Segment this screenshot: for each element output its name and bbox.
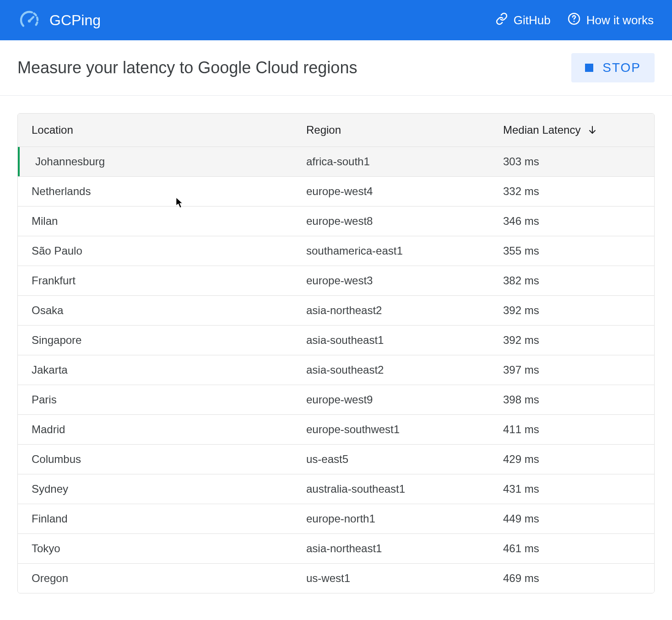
cell-region: europe-west4 <box>306 185 503 198</box>
cell-latency: 392 ms <box>503 334 640 347</box>
topbar: Measure your latency to Google Cloud reg… <box>0 40 672 96</box>
stop-button[interactable]: STOP <box>571 53 655 82</box>
cell-latency: 346 ms <box>503 215 640 228</box>
table-row[interactable]: Pariseurope-west9398 ms <box>18 385 654 415</box>
cell-latency: 303 ms <box>503 155 640 168</box>
link-icon <box>495 12 508 28</box>
github-link[interactable]: GitHub <box>495 12 551 28</box>
table-row[interactable]: Singaporeasia-southeast1392 ms <box>18 326 654 355</box>
table-row[interactable]: Jakartaasia-southeast2397 ms <box>18 355 654 385</box>
cell-location: Johannesburg <box>32 155 306 168</box>
cell-location: Tokyo <box>32 542 306 555</box>
cell-latency: 398 ms <box>503 393 640 406</box>
cell-location: Sydney <box>32 483 306 495</box>
cell-latency: 392 ms <box>503 304 640 317</box>
cell-location: Singapore <box>32 334 306 347</box>
brand[interactable]: GCPing <box>18 9 101 31</box>
github-label: GitHub <box>514 13 551 27</box>
cell-location: Netherlands <box>32 185 306 198</box>
gauge-icon <box>18 9 40 31</box>
cell-region: us-east5 <box>306 453 503 466</box>
header-latency[interactable]: Median Latency <box>503 124 640 136</box>
cell-location: Milan <box>32 215 306 228</box>
cell-region: europe-north1 <box>306 512 503 525</box>
cell-latency: 431 ms <box>503 483 640 495</box>
table-row[interactable]: Osakaasia-northeast2392 ms <box>18 296 654 326</box>
cell-latency: 382 ms <box>503 274 640 287</box>
cell-region: asia-southeast1 <box>306 334 503 347</box>
cell-latency: 411 ms <box>503 423 640 436</box>
cell-latency: 332 ms <box>503 185 640 198</box>
page-title: Measure your latency to Google Cloud reg… <box>17 58 357 77</box>
app-title: GCPing <box>49 12 101 29</box>
table-row[interactable]: Columbusus-east5429 ms <box>18 445 654 474</box>
latency-table: Location Region Median Latency Johannesb… <box>17 113 655 593</box>
cell-latency: 469 ms <box>503 572 640 585</box>
table-row[interactable]: Sydneyaustralia-southeast1431 ms <box>18 474 654 504</box>
header-region[interactable]: Region <box>306 124 503 136</box>
help-icon <box>567 12 581 29</box>
app-header: GCPing GitHub How it works <box>0 0 672 40</box>
cell-location: Paris <box>32 393 306 406</box>
table-container: Location Region Median Latency Johannesb… <box>0 96 672 611</box>
cell-latency: 355 ms <box>503 245 640 257</box>
cell-region: asia-northeast1 <box>306 542 503 555</box>
cell-latency: 429 ms <box>503 453 640 466</box>
table-header: Location Region Median Latency <box>18 114 654 147</box>
cell-location: São Paulo <box>32 245 306 257</box>
cell-location: Columbus <box>32 453 306 466</box>
table-row[interactable]: Oregonus-west1469 ms <box>18 564 654 593</box>
cell-region: europe-west3 <box>306 274 503 287</box>
table-row[interactable]: Johannesburgafrica-south1303 ms <box>18 147 654 177</box>
cell-region: australia-southeast1 <box>306 483 503 495</box>
table-row[interactable]: Frankfurteurope-west3382 ms <box>18 266 654 296</box>
stop-icon <box>585 64 593 72</box>
svg-point-1 <box>28 20 31 22</box>
cell-location: Finland <box>32 512 306 525</box>
sort-descending-icon <box>587 125 598 136</box>
how-it-works-link[interactable]: How it works <box>567 12 654 29</box>
table-row[interactable]: São Paulosouthamerica-east1355 ms <box>18 236 654 266</box>
table-row[interactable]: Milaneurope-west8346 ms <box>18 207 654 236</box>
cell-location: Jakarta <box>32 364 306 376</box>
how-it-works-label: How it works <box>586 13 654 27</box>
table-row[interactable]: Netherlandseurope-west4332 ms <box>18 177 654 207</box>
cell-location: Oregon <box>32 572 306 585</box>
table-row[interactable]: Finlandeurope-north1449 ms <box>18 504 654 534</box>
table-row[interactable]: Tokyoasia-northeast1461 ms <box>18 534 654 564</box>
cell-region: us-west1 <box>306 572 503 585</box>
cell-region: asia-northeast2 <box>306 304 503 317</box>
table-body: Johannesburgafrica-south1303 msNetherlan… <box>18 147 654 593</box>
cell-region: europe-west8 <box>306 215 503 228</box>
cell-location: Frankfurt <box>32 274 306 287</box>
cell-region: asia-southeast2 <box>306 364 503 376</box>
cell-latency: 397 ms <box>503 364 640 376</box>
cell-location: Madrid <box>32 423 306 436</box>
cell-latency: 449 ms <box>503 512 640 525</box>
cell-region: europe-southwest1 <box>306 423 503 436</box>
svg-point-3 <box>573 21 574 22</box>
cell-latency: 461 ms <box>503 542 640 555</box>
cell-region: southamerica-east1 <box>306 245 503 257</box>
cell-location: Osaka <box>32 304 306 317</box>
cell-region: africa-south1 <box>306 155 503 168</box>
table-row[interactable]: Madrideurope-southwest1411 ms <box>18 415 654 445</box>
header-links: GitHub How it works <box>495 12 654 29</box>
cell-region: europe-west9 <box>306 393 503 406</box>
stop-label: STOP <box>602 60 641 75</box>
header-location[interactable]: Location <box>32 124 306 136</box>
